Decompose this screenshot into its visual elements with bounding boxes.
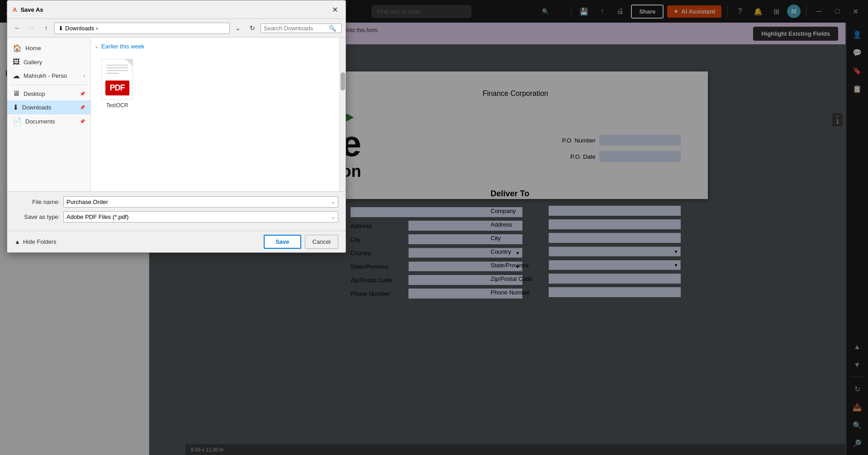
expand-icon: › <box>84 73 85 78</box>
save-as-type-value: Adobe PDF Files (*.pdf) <box>66 213 128 220</box>
cancel-button[interactable]: Cancel <box>305 235 338 249</box>
documents-icon: 📄 <box>13 117 22 126</box>
dialog-actions-bar: ▲ Hide Folders Save Cancel <box>7 231 346 252</box>
sidebar-gallery-item[interactable]: 🖼 Gallery <box>7 55 90 69</box>
home-icon: 🏠 <box>13 44 22 52</box>
sidebar-gallery-label: Gallery <box>24 59 42 66</box>
section-collapse-arrow: ⌄ <box>95 43 99 49</box>
dialog-titlebar: A Save As ✕ <box>7 0 346 19</box>
downloads-pin-icon: 📌 <box>80 105 85 110</box>
file-name-field-container: ⌄ <box>63 196 338 208</box>
scrollbar-thumb <box>341 72 345 90</box>
cloud-icon: ☁ <box>13 71 20 80</box>
dialog-main-area: ⌄ Earlier this week PDF TestOCR <box>91 38 339 191</box>
nav-dropdown-button[interactable]: ⌄ <box>232 22 244 34</box>
sidebar-divider <box>11 85 87 85</box>
file-name-field-label: File name: <box>14 199 60 205</box>
file-name-input[interactable] <box>66 199 331 205</box>
downloads-icon: ⬇ <box>13 103 19 112</box>
breadcrumb-bar[interactable]: ⬇ Downloads › <box>54 23 230 34</box>
save-as-type-label: Save as type: <box>14 213 60 220</box>
nav-up-button[interactable]: ↑ <box>40 22 52 34</box>
dialog-scrollbar[interactable] <box>339 38 346 191</box>
nav-forward-button[interactable]: → <box>25 22 38 34</box>
file-name-label: TestOCR <box>106 102 128 109</box>
documents-pin-icon: 📌 <box>80 119 85 124</box>
save-button[interactable]: Save <box>264 235 301 249</box>
section-label: Earlier this week <box>101 43 144 50</box>
file-name-dropdown-arrow[interactable]: ⌄ <box>331 199 335 205</box>
hide-folders-label: Hide Folders <box>23 238 57 245</box>
sidebar-desktop-item[interactable]: 🖥 Desktop 📌 <box>7 87 90 100</box>
sidebar-home-item[interactable]: 🏠 Home <box>7 41 90 55</box>
breadcrumb-arrow: › <box>96 25 98 32</box>
desktop-icon: 🖥 <box>13 90 20 98</box>
refresh-button[interactable]: ↻ <box>246 22 259 34</box>
sidebar-desktop-label: Desktop <box>24 90 45 97</box>
sidebar-documents-label: Documents <box>25 118 55 125</box>
save-as-type-arrow: ⌄ <box>331 214 335 220</box>
nav-back-button[interactable]: ← <box>11 22 24 34</box>
dialog-nav-bar: ← → ↑ ⬇ Downloads › ⌄ ↻ 🔍 <box>7 19 346 38</box>
save-as-type-select[interactable]: Adobe PDF Files (*.pdf) ⌄ <box>63 211 338 223</box>
hide-folders-button[interactable]: ▲ Hide Folders <box>14 238 57 245</box>
sidebar-downloads-label: Downloads <box>22 104 51 111</box>
breadcrumb-text: Downloads <box>65 25 94 32</box>
dialog-buttons: Save Cancel <box>264 235 338 249</box>
file-icon-container: PDF <box>101 59 133 100</box>
gallery-icon: 🖼 <box>13 58 20 66</box>
file-line-3 <box>106 70 128 71</box>
pdf-file-badge: PDF <box>105 81 129 95</box>
breadcrumb-icon: ⬇ <box>58 25 63 32</box>
sidebar-home-label: Home <box>25 45 41 52</box>
sidebar-cloud-item[interactable]: ☁ Mahrukh - Perso › <box>7 69 90 83</box>
save-as-type-row: Save as type: Adobe PDF Files (*.pdf) ⌄ <box>14 211 338 223</box>
search-input[interactable] <box>264 25 327 32</box>
desktop-pin-icon: 📌 <box>80 91 85 96</box>
file-line-4 <box>106 73 119 74</box>
sidebar-cloud-label: Mahrukh - Perso <box>24 72 67 79</box>
dialog-sidebar: 🏠 Home 🖼 Gallery ☁ Mahrukh - Perso › 🖥 D… <box>7 38 91 191</box>
section-header[interactable]: ⌄ Earlier this week <box>95 41 336 52</box>
file-lines <box>106 65 128 76</box>
save-as-dialog: A Save As ✕ ← → ↑ ⬇ Downloads › ⌄ ↻ 🔍 🏠 … <box>7 0 346 253</box>
file-name-row: File name: ⌄ <box>14 196 338 208</box>
dialog-fields-area: File name: ⌄ Save as type: Adobe PDF Fil… <box>7 191 346 231</box>
search-icon: 🔍 <box>329 25 336 32</box>
hide-folders-icon: ▲ <box>14 238 20 245</box>
file-line-1 <box>106 65 128 66</box>
dialog-title: A Save As <box>13 6 43 13</box>
search-box: 🔍 <box>261 24 342 33</box>
dialog-close-button[interactable]: ✕ <box>329 4 340 15</box>
file-line-2 <box>106 67 128 68</box>
dialog-title-text: Save As <box>20 6 43 13</box>
dialog-app-icon: A <box>13 6 17 13</box>
sidebar-documents-item[interactable]: 📄 Documents 📌 <box>7 114 90 128</box>
dialog-content-area: 🏠 Home 🖼 Gallery ☁ Mahrukh - Perso › 🖥 D… <box>7 38 346 191</box>
file-item-testocr[interactable]: PDF TestOCR <box>95 55 140 112</box>
sidebar-downloads-item[interactable]: ⬇ Downloads 📌 <box>7 100 90 114</box>
